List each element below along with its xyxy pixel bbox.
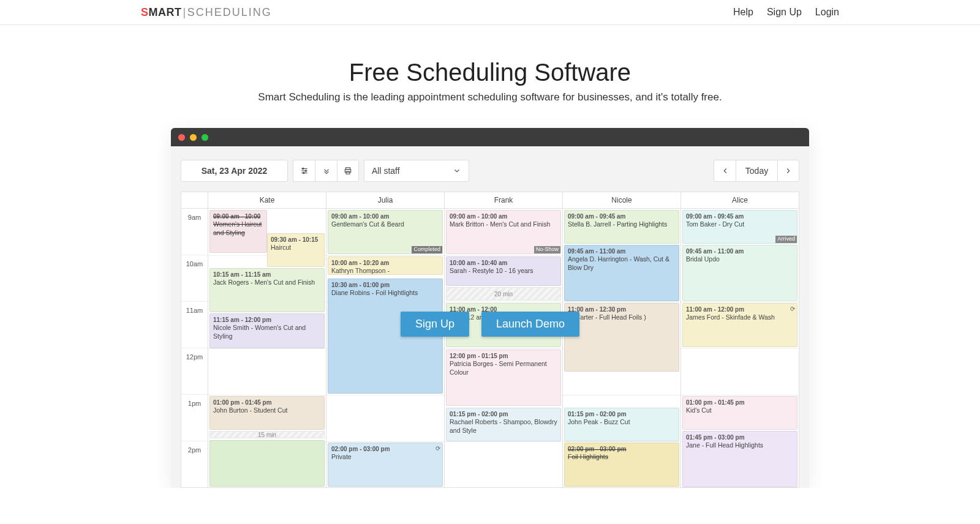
event[interactable]: 09:00 am - 09:45 amTom Baker - Dry CutAr… bbox=[682, 210, 797, 244]
event[interactable]: 01:00 pm - 01:45 pmJohn Burton - Student… bbox=[209, 396, 325, 430]
event[interactable]: 01:15 pm - 02:00 pmRachael Roberts - Sha… bbox=[446, 408, 561, 441]
print-button[interactable] bbox=[337, 160, 359, 182]
event[interactable]: 10:00 am - 10:20 amKathryn Thompson - bbox=[328, 256, 443, 275]
nav-help[interactable]: Help bbox=[733, 7, 753, 18]
event[interactable]: 10:15 am - 11:15 amJack Rogers - Men's C… bbox=[209, 268, 325, 312]
column-header: Frank bbox=[445, 192, 563, 208]
svg-point-4 bbox=[305, 170, 306, 171]
time-label: 9am bbox=[181, 209, 208, 255]
cta-overlay: Sign Up Launch Demo bbox=[171, 312, 809, 337]
top-navbar: SMART|SCHEDULING Help Sign Up Login bbox=[0, 0, 980, 25]
staff-column-alice[interactable]: 09:00 am - 09:45 amTom Baker - Dry CutAr… bbox=[681, 209, 799, 487]
gap-indicator: 15 min bbox=[209, 431, 325, 438]
status-badge: Arrived bbox=[775, 236, 797, 243]
status-badge: Completed bbox=[412, 246, 442, 253]
window-titlebar bbox=[171, 128, 809, 146]
event[interactable]: 09:00 am - 10:00 amMark Britton - Men's … bbox=[446, 210, 561, 254]
event[interactable]: 01:00 pm - 01:45 pmKid's Cut bbox=[682, 396, 797, 430]
collapse-button[interactable] bbox=[315, 160, 337, 182]
chevron-left-icon bbox=[721, 167, 729, 175]
event[interactable]: 01:15 pm - 02:00 pmJohn Peak - Buzz Cut bbox=[564, 408, 679, 441]
calendar-grid: Kate Julia Frank Nicole Alice 9am 10am 1… bbox=[181, 192, 799, 488]
time-label: 10am bbox=[181, 255, 208, 302]
column-header: Julia bbox=[326, 192, 445, 208]
view-options-group bbox=[293, 160, 359, 182]
column-headers: Kate Julia Frank Nicole Alice bbox=[181, 192, 799, 209]
column-header: Nicole bbox=[563, 192, 681, 208]
chevrons-down-icon bbox=[322, 167, 331, 175]
launch-demo-button[interactable]: Launch Demo bbox=[481, 312, 579, 337]
filter-button[interactable] bbox=[293, 160, 315, 182]
hero-section: Free Scheduling Software Smart Schedulin… bbox=[0, 59, 980, 103]
date-nav-group: Today bbox=[714, 160, 799, 182]
event[interactable]: 09:00 am - 10:00 amGentleman's Cut & Bea… bbox=[328, 210, 443, 254]
event[interactable]: 02:00 pm - 03:00 pmFoil Highlights bbox=[564, 443, 679, 487]
nav-login[interactable]: Login bbox=[815, 7, 839, 18]
status-badge: No-Show bbox=[534, 246, 560, 253]
hero-title: Free Scheduling Software bbox=[0, 59, 980, 86]
prev-day-button[interactable] bbox=[714, 160, 736, 182]
svg-point-5 bbox=[303, 172, 304, 173]
staff-select-label: All staff bbox=[372, 166, 400, 176]
nav-signup[interactable]: Sign Up bbox=[767, 7, 802, 18]
event[interactable]: 01:45 pm - 03:00 pmJane - Full Head High… bbox=[682, 431, 797, 487]
staff-column-frank[interactable]: 09:00 am - 10:00 amMark Britton - Men's … bbox=[445, 209, 563, 487]
close-icon[interactable] bbox=[178, 134, 185, 141]
minimize-icon[interactable] bbox=[190, 134, 197, 141]
column-header: Kate bbox=[208, 192, 326, 208]
logo[interactable]: SMART|SCHEDULING bbox=[141, 6, 272, 19]
event[interactable]: 10:00 am - 10:40 amSarah - Restyle 10 - … bbox=[446, 256, 561, 286]
chevron-down-icon bbox=[453, 167, 461, 175]
event[interactable] bbox=[209, 440, 325, 487]
sliders-icon bbox=[300, 167, 309, 175]
event[interactable]: 09:30 am - 10:15Haircut bbox=[267, 233, 325, 267]
event[interactable]: 09:45 am - 11:00 amAngela D. Harrington … bbox=[564, 245, 679, 301]
nav-links: Help Sign Up Login bbox=[733, 7, 839, 18]
recurring-icon: ⟳ bbox=[435, 444, 440, 452]
signup-button[interactable]: Sign Up bbox=[401, 312, 469, 337]
event[interactable]: 02:00 pm - 03:00 pmPrivate⟳ bbox=[328, 443, 443, 487]
app-window: Sat, 23 Apr 2022 All staff bbox=[171, 128, 809, 488]
date-picker-button[interactable]: Sat, 23 Apr 2022 bbox=[181, 160, 288, 182]
event[interactable]: 09:00 am - 10:00Women's Haircut and Styl… bbox=[209, 210, 267, 253]
staff-column-julia[interactable]: 09:00 am - 10:00 amGentleman's Cut & Bea… bbox=[326, 209, 445, 487]
staff-column-kate[interactable]: 09:00 am - 10:00Women's Haircut and Styl… bbox=[208, 209, 326, 487]
event[interactable]: 09:00 am - 09:45 amStella B. Jarrell - P… bbox=[564, 210, 679, 244]
time-label: 1pm bbox=[181, 395, 208, 441]
next-day-button[interactable] bbox=[777, 160, 799, 182]
staff-select[interactable]: All staff bbox=[364, 160, 469, 182]
printer-icon bbox=[344, 167, 352, 175]
event[interactable]: 09:45 am - 11:00 amBridal Updo bbox=[682, 245, 797, 301]
hero-subtitle: Smart Scheduling is the leading appointm… bbox=[0, 91, 980, 103]
calendar-body: 9am 10am 11am 12pm 1pm 2pm 09:00 am - 10… bbox=[181, 209, 799, 487]
today-button[interactable]: Today bbox=[736, 160, 777, 182]
time-label: 2pm bbox=[181, 441, 208, 487]
chevron-right-icon bbox=[784, 167, 793, 175]
svg-point-3 bbox=[302, 168, 303, 169]
column-header: Alice bbox=[681, 192, 799, 208]
maximize-icon[interactable] bbox=[202, 134, 208, 141]
calendar-toolbar: Sat, 23 Apr 2022 All staff bbox=[181, 160, 799, 182]
gap-indicator: 20 min bbox=[446, 287, 561, 301]
staff-column-nicole[interactable]: 09:00 am - 09:45 amStella B. Jarrell - P… bbox=[563, 209, 681, 487]
time-label: 12pm bbox=[181, 348, 208, 395]
time-gutter: 9am 10am 11am 12pm 1pm 2pm bbox=[181, 209, 208, 487]
event[interactable]: 12:00 pm - 01:15 pmPatricia Borges - Sem… bbox=[446, 350, 561, 406]
